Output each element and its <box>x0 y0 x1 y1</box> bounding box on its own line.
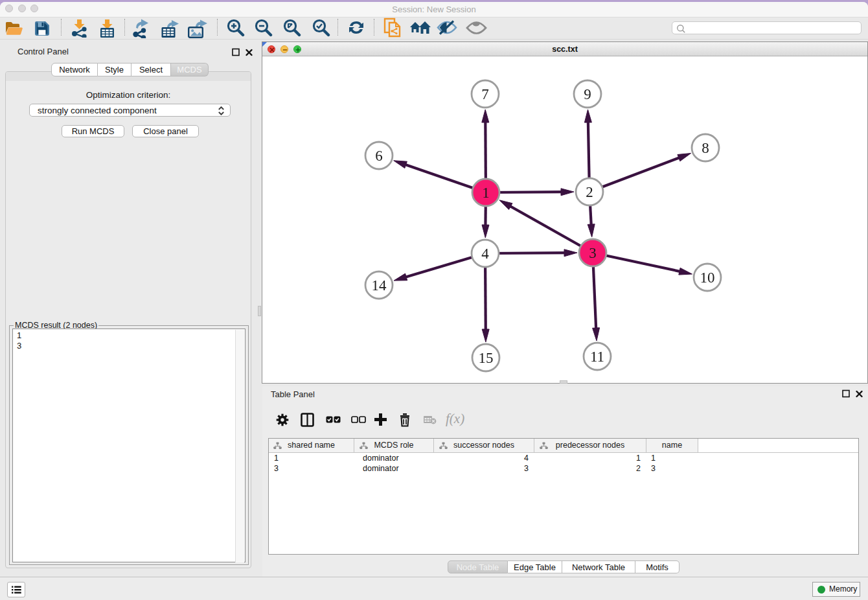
svg-text:10: 10 <box>700 270 715 286</box>
svg-text:3: 3 <box>589 245 597 261</box>
svg-text:6: 6 <box>375 148 383 164</box>
svg-text:2: 2 <box>586 184 593 200</box>
svg-text:7: 7 <box>481 86 489 102</box>
svg-text:4: 4 <box>481 246 489 262</box>
svg-text:1: 1 <box>482 185 490 201</box>
svg-text:8: 8 <box>702 140 709 156</box>
svg-text:9: 9 <box>584 86 591 102</box>
svg-text:11: 11 <box>590 349 604 365</box>
svg-text:14: 14 <box>372 277 387 294</box>
svg-text:15: 15 <box>479 350 494 366</box>
